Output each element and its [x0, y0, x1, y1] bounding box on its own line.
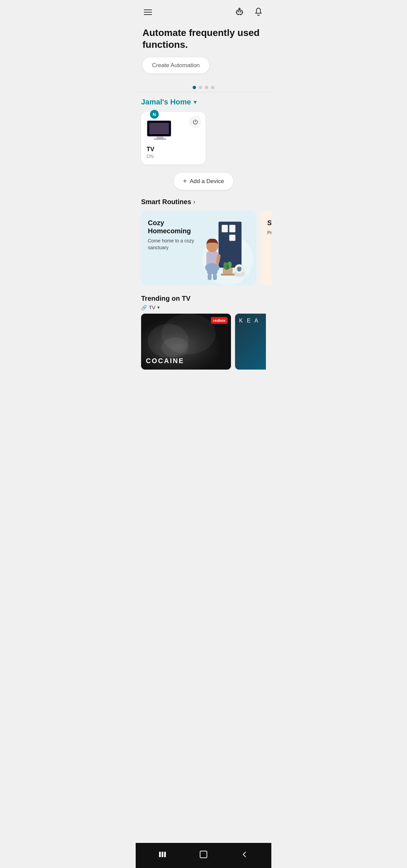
- back-icon: [240, 850, 249, 859]
- movie-title-1: COCAINE: [146, 357, 184, 365]
- redbox-badge: redbox: [211, 317, 228, 324]
- recent-apps-icon: [158, 850, 167, 859]
- hamburger-icon: [144, 9, 152, 15]
- power-button[interactable]: [189, 116, 201, 128]
- svg-rect-40: [159, 852, 161, 857]
- menu-button[interactable]: [142, 8, 153, 16]
- svg-point-23: [238, 269, 240, 271]
- chevron-down-icon: ▾: [194, 98, 197, 106]
- routine-desc-1: Come home to a cozy sanctuary: [148, 238, 202, 251]
- home-button[interactable]: [193, 848, 214, 863]
- trending-title: Trending on TV: [141, 295, 266, 302]
- svg-rect-34: [208, 274, 212, 280]
- svg-rect-1: [238, 11, 239, 12]
- movie-bg-2: K E A: [235, 314, 266, 370]
- movie-card-1[interactable]: COCAINE redbox: [141, 314, 231, 370]
- routine-card-1[interactable]: Cozy Homecoming Come home to a cozy sanc…: [141, 211, 256, 285]
- arrow-right-icon: ›: [193, 198, 195, 205]
- trending-section: Trending on TV 🔗 TV ▾: [136, 295, 271, 370]
- create-automation-button[interactable]: Create Automation: [142, 57, 209, 74]
- svg-rect-17: [229, 235, 235, 241]
- svg-rect-13: [154, 138, 166, 140]
- home-name: Jamal's Home: [141, 98, 191, 106]
- tv-selector[interactable]: 🔗 TV ▾: [141, 304, 266, 310]
- bell-icon: [254, 7, 263, 16]
- redbox-label: redbox: [213, 318, 226, 322]
- bottom-nav: [136, 843, 271, 868]
- svg-rect-15: [222, 225, 228, 232]
- home-nav-icon: [199, 850, 208, 859]
- link-icon: 🔗: [141, 305, 147, 310]
- svg-point-4: [239, 8, 240, 9]
- svg-rect-16: [229, 225, 235, 232]
- home-section: Jamal's Home ▾ N TV ON: [136, 98, 271, 198]
- homecoming-illustration: [200, 217, 253, 285]
- dot-4[interactable]: [211, 86, 214, 89]
- dot-3[interactable]: [205, 86, 208, 89]
- tv-icon: [147, 120, 174, 140]
- dot-2[interactable]: [199, 86, 202, 89]
- svg-rect-42: [164, 852, 166, 857]
- add-device-button[interactable]: + Add a Device: [174, 173, 234, 190]
- svg-rect-2: [240, 11, 241, 12]
- back-button[interactable]: [235, 848, 254, 863]
- device-status: ON: [147, 154, 200, 159]
- chevron-down-small-icon: ▾: [157, 305, 160, 310]
- svg-point-22: [239, 267, 241, 269]
- assistant-button[interactable]: [233, 5, 246, 19]
- svg-rect-12: [157, 136, 163, 138]
- hero-title: Automate frequently used functions.: [142, 27, 265, 51]
- svg-point-39: [161, 337, 189, 358]
- movie-title-2: K E A: [235, 314, 266, 328]
- routine-desc-2: Prep...: [267, 230, 271, 236]
- svg-rect-0: [237, 10, 242, 14]
- power-icon: [192, 119, 198, 125]
- plus-icon: +: [183, 177, 187, 185]
- recent-apps-button[interactable]: [153, 848, 172, 863]
- pagination-dots: [136, 80, 271, 92]
- svg-rect-31: [207, 264, 217, 274]
- svg-rect-35: [213, 274, 217, 280]
- top-icons: [233, 5, 265, 19]
- notifications-button[interactable]: [252, 5, 265, 19]
- device-name: TV: [147, 146, 200, 153]
- robot-icon: [235, 7, 244, 16]
- routine-title-1: Cozy Homecoming: [148, 219, 209, 235]
- home-selector[interactable]: Jamal's Home ▾: [141, 98, 266, 106]
- hero-section: Automate frequently used functions. Crea…: [136, 21, 271, 80]
- tv-selector-label: TV: [149, 304, 155, 310]
- smart-routines-title: Smart Routines: [141, 198, 191, 206]
- divider: [136, 92, 271, 92]
- svg-point-28: [227, 264, 229, 270]
- svg-rect-41: [162, 852, 163, 857]
- svg-point-21: [237, 267, 239, 269]
- dot-1[interactable]: [193, 86, 196, 89]
- trending-header: Trending on TV 🔗 TV ▾: [141, 295, 266, 310]
- svg-rect-43: [200, 851, 207, 858]
- svg-rect-11: [149, 123, 169, 134]
- movie-card-2[interactable]: K E A: [235, 314, 266, 370]
- routine-card-2[interactable]: Swe... Prep...: [260, 211, 271, 285]
- add-device-label: Add a Device: [190, 178, 224, 185]
- device-card-tv[interactable]: N TV ON: [141, 112, 206, 164]
- svg-rect-25: [221, 274, 235, 276]
- device-new-badge: N: [150, 110, 159, 119]
- movies-scroll: COCAINE redbox K E A: [141, 314, 266, 370]
- smart-routines-header[interactable]: Smart Routines ›: [136, 198, 271, 206]
- top-bar: [136, 0, 271, 21]
- routines-scroll: Cozy Homecoming Come home to a cozy sanc…: [136, 211, 271, 285]
- routine-title-2: Swe...: [267, 219, 271, 227]
- add-device-container: + Add a Device: [141, 171, 266, 198]
